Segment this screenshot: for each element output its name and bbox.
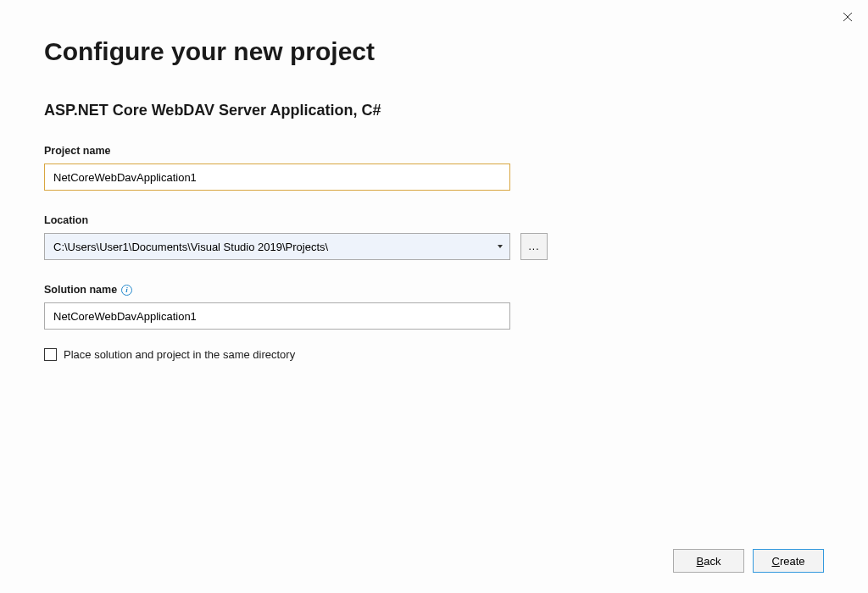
solution-name-label-text: Solution name xyxy=(44,284,117,296)
solution-name-group: Solution name i xyxy=(44,284,824,330)
create-button[interactable]: Create xyxy=(753,549,824,573)
back-label-rest: ack xyxy=(704,555,721,568)
page-title: Configure your new project xyxy=(44,37,824,66)
chevron-down-icon xyxy=(498,245,503,248)
footer-buttons: Back Create xyxy=(673,549,824,573)
browse-button[interactable]: ... xyxy=(520,233,548,260)
same-directory-label: Place solution and project in the same d… xyxy=(64,348,295,361)
create-label-rest: reate xyxy=(780,555,805,568)
info-icon[interactable]: i xyxy=(121,285,132,296)
project-name-input[interactable] xyxy=(44,163,510,191)
location-value: C:\Users\User1\Documents\Visual Studio 2… xyxy=(53,241,328,253)
location-group: Location C:\Users\User1\Documents\Visual… xyxy=(44,214,824,260)
close-icon xyxy=(843,12,853,22)
solution-name-label: Solution name i xyxy=(44,284,824,296)
solution-name-input[interactable] xyxy=(44,302,510,330)
location-combo[interactable]: C:\Users\User1\Documents\Visual Studio 2… xyxy=(44,233,510,260)
back-button[interactable]: Back xyxy=(673,549,744,573)
project-name-label: Project name xyxy=(44,145,824,157)
location-label: Location xyxy=(44,214,824,226)
project-name-group: Project name xyxy=(44,145,824,191)
main-content: Configure your new project ASP.NET Core … xyxy=(0,0,868,361)
same-directory-checkbox[interactable] xyxy=(44,348,57,361)
same-directory-row: Place solution and project in the same d… xyxy=(44,348,824,361)
project-template-subtitle: ASP.NET Core WebDAV Server Application, … xyxy=(44,102,824,119)
close-button[interactable] xyxy=(841,10,854,24)
